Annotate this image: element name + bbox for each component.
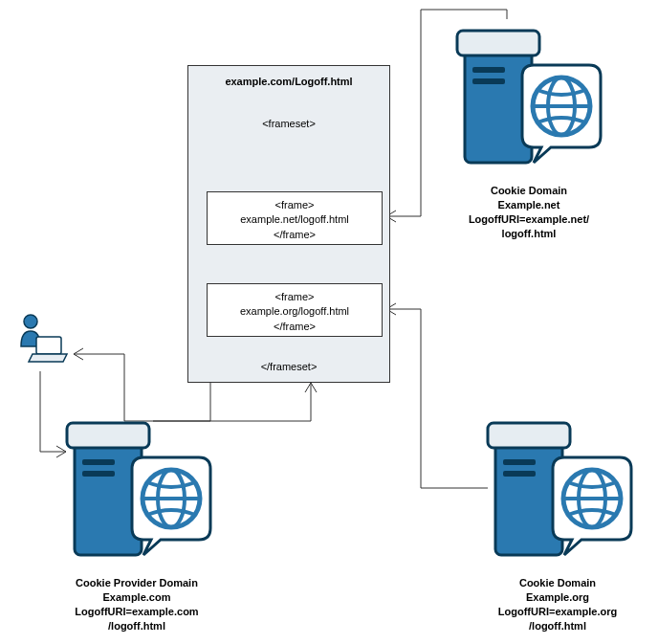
label-bl-2: Example.com xyxy=(48,590,226,605)
user-icon xyxy=(10,310,77,371)
label-br-3: LogoffURI=example.org xyxy=(469,605,647,619)
frame1-open: <frame> xyxy=(211,198,378,212)
label-bl-1: Cookie Provider Domain xyxy=(48,576,226,590)
svg-point-0 xyxy=(24,315,37,328)
label-br-2: Example.org xyxy=(469,590,647,605)
server-icon-bottom-right xyxy=(476,411,639,576)
frameset-open-tag: <frameset> xyxy=(188,114,389,133)
frame2-close: </frame> xyxy=(211,320,378,334)
svg-rect-5 xyxy=(472,78,505,84)
svg-rect-12 xyxy=(82,471,115,477)
frameset-close-tag: </frameset> xyxy=(188,357,389,376)
server-icon-bottom-left xyxy=(55,411,218,576)
svg-rect-19 xyxy=(503,471,536,477)
frameset-title: example.com/Logoff.html xyxy=(188,66,389,93)
server-icon-top-right xyxy=(446,19,608,184)
label-tr-3: LogoffURI=example.net/ xyxy=(440,212,618,227)
svg-rect-3 xyxy=(457,31,539,56)
svg-rect-4 xyxy=(472,67,505,73)
frame2-url: example.org/logoff.html xyxy=(211,304,378,319)
server-label-top-right: Cookie Domain Example.net LogoffURI=exam… xyxy=(440,184,618,240)
label-br-1: Cookie Domain xyxy=(469,576,647,590)
svg-rect-10 xyxy=(67,423,149,448)
svg-rect-17 xyxy=(488,423,570,448)
svg-rect-18 xyxy=(503,459,536,465)
svg-rect-11 xyxy=(82,459,115,465)
label-tr-1: Cookie Domain xyxy=(440,184,618,198)
server-label-bottom-left: Cookie Provider Domain Example.com Logof… xyxy=(48,576,226,633)
label-bl-3: LogoffURI=example.com xyxy=(48,605,226,619)
frame1-url: example.net/logoff.html xyxy=(211,212,378,227)
label-bl-4: /logoff.html xyxy=(48,619,226,633)
frame1-close: </frame> xyxy=(211,228,378,242)
frame-box-2: <frame> example.org/logoff.html </frame> xyxy=(207,283,383,337)
frame2-open: <frame> xyxy=(211,290,378,304)
label-tr-2: Example.net xyxy=(440,198,618,212)
frame-box-1: <frame> example.net/logoff.html </frame> xyxy=(207,191,383,245)
label-br-4: /logoff.html xyxy=(469,619,647,633)
label-tr-4: logoff.html xyxy=(440,227,618,241)
svg-rect-1 xyxy=(36,337,61,354)
server-label-bottom-right: Cookie Domain Example.org LogoffURI=exam… xyxy=(469,576,647,633)
